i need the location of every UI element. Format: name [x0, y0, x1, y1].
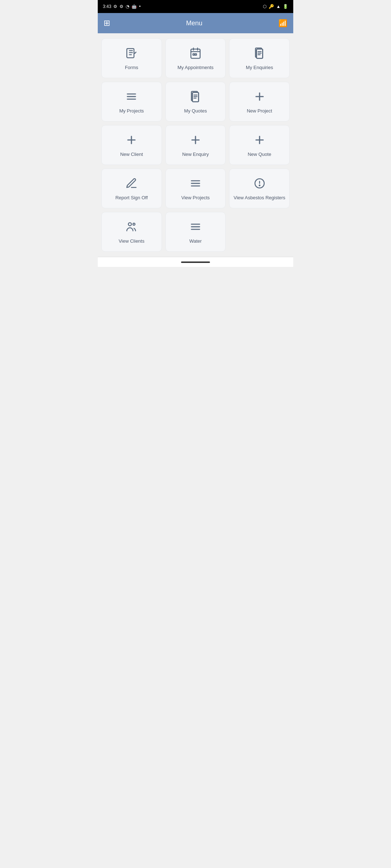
view-clients-label: View Clients	[119, 238, 144, 244]
my-quotes-label: My Quotes	[184, 108, 207, 114]
new-quote-icon	[253, 134, 266, 148]
svg-point-35	[259, 185, 260, 186]
grid-menu-icon[interactable]: ⊞	[104, 18, 110, 28]
my-appointments-label: My Appointments	[177, 65, 214, 71]
menu-item-view-clients[interactable]: View Clients	[101, 212, 162, 252]
my-projects-icon	[125, 90, 138, 105]
view-clients-icon	[125, 221, 138, 235]
menu-item-my-appointments[interactable]: My Appointments	[165, 38, 226, 78]
menu-item-new-client[interactable]: New Client	[101, 125, 162, 165]
my-enquiries-label: My Enquiries	[246, 65, 273, 71]
status-right: ⬡ 🔑 ▲ 🔋	[263, 4, 288, 9]
new-client-icon	[125, 134, 138, 148]
header: ⊞ Menu 📶	[98, 13, 293, 33]
settings-icon: ⚙	[113, 4, 117, 9]
menu-item-my-projects[interactable]: My Projects	[101, 82, 162, 122]
dot-icon: •	[139, 4, 140, 9]
menu-item-view-projects[interactable]: View Projects	[165, 169, 226, 208]
report-sign-off-icon	[125, 177, 138, 191]
menu-item-new-enquiry[interactable]: New Enquiry	[165, 125, 226, 165]
water-label: Water	[189, 238, 202, 244]
svg-rect-6	[195, 54, 197, 55]
menu-item-my-enquiries[interactable]: My Enquiries	[229, 38, 290, 78]
new-quote-label: New Quote	[248, 152, 271, 158]
water-icon	[189, 221, 202, 235]
header-wifi-icon[interactable]: 📶	[278, 19, 287, 27]
svg-rect-8	[256, 49, 262, 59]
svg-rect-5	[193, 54, 194, 55]
menu-grid: FormsMy AppointmentsMy EnquiriesMy Proje…	[98, 33, 293, 257]
new-enquiry-icon	[189, 134, 202, 148]
time: 3:43	[103, 4, 111, 9]
report-sign-off-label: Report Sign Off	[115, 195, 148, 201]
key-icon: 🔑	[269, 4, 274, 9]
svg-point-37	[133, 223, 135, 225]
circle-icon: ◔	[126, 4, 129, 9]
my-enquiries-icon	[253, 47, 266, 61]
android-icon: 🤖	[131, 4, 137, 9]
my-projects-label: My Projects	[119, 108, 144, 114]
bottom-bar	[98, 257, 293, 267]
wifi-status-icon: ▲	[276, 4, 281, 9]
menu-item-water[interactable]: Water	[165, 212, 226, 252]
svg-rect-0	[127, 48, 134, 58]
my-quotes-icon	[189, 90, 202, 105]
new-project-label: New Project	[247, 108, 272, 114]
new-enquiry-label: New Enquiry	[182, 152, 209, 158]
view-projects-icon	[189, 177, 202, 191]
menu-item-my-quotes[interactable]: My Quotes	[165, 82, 226, 122]
menu-item-report-sign-off[interactable]: Report Sign Off	[101, 169, 162, 208]
forms-icon	[125, 47, 138, 61]
header-title: Menu	[110, 20, 278, 27]
new-client-label: New Client	[120, 152, 143, 158]
my-appointments-icon	[189, 47, 202, 61]
menu-item-forms[interactable]: Forms	[101, 38, 162, 78]
view-asbestos-registers-label: View Asbestos Registers	[234, 195, 285, 201]
menu-item-new-quote[interactable]: New Quote	[229, 125, 290, 165]
view-projects-label: View Projects	[181, 195, 210, 201]
menu-item-new-project[interactable]: New Project	[229, 82, 290, 122]
svg-rect-17	[192, 93, 198, 102]
extra-settings-icon: ⚙	[119, 4, 123, 9]
battery-icon: 🔋	[283, 4, 288, 9]
menu-item-view-asbestos-registers[interactable]: View Asbestos Registers	[229, 169, 290, 208]
svg-point-36	[129, 223, 132, 226]
view-asbestos-registers-icon	[253, 177, 266, 191]
status-bar: 3:43 ⚙ ⚙ ◔ 🤖 • ⬡ 🔑 ▲ 🔋	[98, 0, 293, 13]
cast-icon: ⬡	[263, 4, 266, 9]
new-project-icon	[253, 90, 266, 105]
status-left: 3:43 ⚙ ⚙ ◔ 🤖 •	[103, 4, 141, 9]
forms-label: Forms	[125, 65, 138, 71]
home-indicator	[181, 261, 210, 263]
